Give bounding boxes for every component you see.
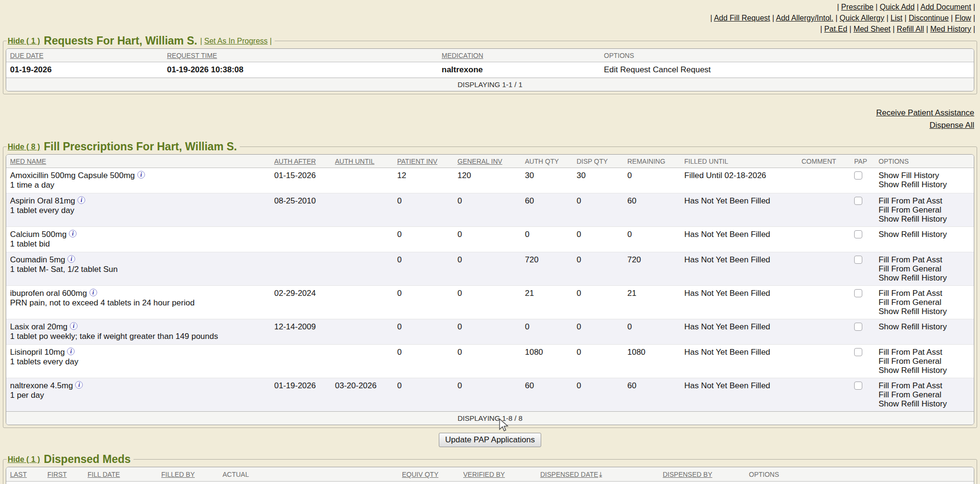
pap-checkbox[interactable] [854, 382, 862, 390]
fill-hide-link[interactable]: Hide ( 8 ) [8, 143, 40, 151]
dispensed-hide-link[interactable]: Hide ( 1 ) [8, 455, 40, 463]
pap-checkbox[interactable] [854, 171, 862, 180]
fill-from-pat-asst-link[interactable]: Fill From Pat Asst [879, 196, 970, 205]
col-due-date[interactable]: DUE DATE [6, 49, 163, 62]
fill-from-pat-asst-link[interactable]: Fill From Pat Asst [879, 348, 970, 357]
quick-allergy-link[interactable]: Quick Allergy [840, 14, 884, 22]
discontinue-link[interactable]: Discontinue [909, 14, 949, 22]
col-last[interactable]: LAST [6, 467, 44, 482]
col-label[interactable]: MED NAME [10, 158, 46, 165]
show-refill-history-link[interactable]: Show Refill History [879, 366, 970, 375]
info-icon[interactable]: i [89, 289, 97, 296]
info-icon[interactable]: i [137, 171, 145, 179]
update-pap-applications-button[interactable]: Update PAP Applications [439, 433, 541, 447]
fill-from-general-link[interactable]: Fill From General [879, 390, 970, 399]
col-label: OPTIONS [604, 52, 634, 59]
pap-checkbox[interactable] [854, 289, 862, 297]
show-refill-history-link[interactable]: Show Refill History [879, 322, 970, 331]
pap-checkbox[interactable] [854, 323, 862, 331]
col-patient-inv[interactable]: PATIENT INV [393, 155, 454, 168]
info-icon[interactable]: i [75, 381, 83, 389]
col-fill-date[interactable]: FILL DATE [84, 467, 157, 482]
requests-hide-link[interactable]: Hide ( 1 ) [8, 37, 40, 45]
col-label[interactable]: REQUEST TIME [167, 52, 217, 59]
show-refill-history-link[interactable]: Show Refill History [879, 399, 970, 408]
col-filled-by[interactable]: FILLED BY [157, 467, 219, 482]
show-refill-history-link[interactable]: Show Refill History [879, 307, 970, 316]
col-verified-by[interactable]: VERIFIED BY [459, 467, 536, 482]
col-label[interactable]: FILL DATE [88, 471, 120, 478]
show-refill-history-link[interactable]: Show Refill History [879, 214, 970, 224]
fill-from-general-link[interactable]: Fill From General [879, 205, 970, 214]
med-history-link[interactable]: Med History [930, 25, 971, 33]
col-label[interactable]: DISPENSED DATE [540, 471, 598, 478]
col-medication[interactable]: MEDICATION [438, 49, 600, 62]
cell-patient-name: Hart, William [6, 482, 84, 484]
add-document-link[interactable]: Add Document [921, 3, 971, 11]
pap-checkbox[interactable] [854, 197, 862, 205]
col-med-name[interactable]: MED NAME [6, 155, 270, 168]
prescription-row: Coumadin 5mgi1 tablet M- Sat, 1/2 tablet… [6, 252, 974, 286]
med-sheet-link[interactable]: Med Sheet [854, 25, 891, 33]
info-icon[interactable]: i [70, 322, 78, 330]
info-icon[interactable]: i [69, 230, 77, 237]
col-pap: PAP [850, 155, 875, 168]
add-fill-request-link[interactable]: Add Fill Request [714, 14, 770, 22]
col-auth-until[interactable]: AUTH UNTIL [331, 155, 393, 168]
cancel-request-link[interactable]: Cancel Request [653, 65, 711, 74]
col-label[interactable]: AUTH UNTIL [335, 158, 374, 165]
col-dispensed-date[interactable]: DISPENSED DATE⤓ [536, 467, 659, 482]
pap-checkbox[interactable] [854, 256, 862, 264]
col-label: OPTIONS [879, 158, 909, 165]
col-label[interactable]: MEDICATION [442, 52, 483, 59]
show-refill-history-link[interactable]: Show Refill History [879, 230, 970, 239]
pat-ed-link[interactable]: Pat.Ed [824, 25, 847, 33]
cell-auth-until [331, 319, 393, 345]
receive-patient-assistance-link[interactable]: Receive Patient Assistance [0, 107, 974, 119]
pap-checkbox[interactable] [854, 230, 862, 238]
fill-from-general-link[interactable]: Fill From General [879, 298, 970, 307]
quick-add-link[interactable]: Quick Add [880, 3, 914, 11]
quick-actions-menu-row: | Prescribe | Quick Add | Add Document | [0, 1, 975, 12]
info-icon[interactable]: i [67, 348, 75, 355]
show-refill-history-link[interactable]: Show Refill History [879, 273, 970, 282]
col-dispensed-by[interactable]: DISPENSED BY [659, 467, 745, 482]
col-label: DISP QTY [577, 158, 608, 165]
col-label[interactable]: GENERAL INV [457, 158, 502, 165]
edit-request-link[interactable]: Edit Request [604, 65, 650, 74]
col-request-time[interactable]: REQUEST TIME [163, 49, 438, 62]
fill-from-pat-asst-link[interactable]: Fill From Pat Asst [879, 381, 970, 390]
cell-general-inv: 0 [454, 286, 521, 319]
fill-from-general-link[interactable]: Fill From General [879, 264, 970, 273]
pap-checkbox[interactable] [854, 348, 862, 356]
col-label[interactable]: EQUIV QTY [402, 471, 438, 478]
prescribe-link[interactable]: Prescribe [841, 3, 874, 11]
list-link[interactable]: List [891, 14, 902, 22]
med-name: Lisinopril 10mg [10, 348, 65, 357]
col-label[interactable]: FIRST [47, 471, 67, 478]
info-icon[interactable]: i [78, 196, 85, 204]
show-fill-history-link[interactable]: Show Fill History [879, 171, 970, 180]
info-icon[interactable]: i [67, 255, 75, 263]
col-equiv-qty[interactable]: EQUIV QTY [398, 467, 459, 482]
col-label[interactable]: FILLED BY [161, 471, 195, 478]
col-general-inv[interactable]: GENERAL INV [454, 155, 521, 168]
refill-all-link[interactable]: Refill All [897, 25, 924, 33]
col-label[interactable]: AUTH AFTER [274, 158, 316, 165]
col-label[interactable]: LAST [10, 471, 27, 478]
col-label[interactable]: DISPENSED BY [663, 471, 712, 478]
col-label[interactable]: DUE DATE [10, 52, 44, 59]
fill-from-general-link[interactable]: Fill From General [879, 357, 970, 366]
add-allergy-intol-link[interactable]: Add Allergy/Intol. [776, 14, 833, 22]
col-first[interactable]: FIRST [44, 467, 84, 482]
show-refill-history-link[interactable]: Show Refill History [879, 180, 970, 189]
flow-link[interactable]: Flow [955, 14, 971, 22]
fill-from-pat-asst-link[interactable]: Fill From Pat Asst [879, 289, 970, 298]
col-label[interactable]: PATIENT INV [397, 158, 437, 165]
col-label[interactable]: VERIFIED BY [463, 471, 505, 478]
col-auth-after[interactable]: AUTH AFTER [270, 155, 331, 168]
fill-from-pat-asst-link[interactable]: Fill From Pat Asst [879, 255, 970, 264]
med-sig: 1 tablets every day [10, 357, 267, 367]
dispense-all-link[interactable]: Dispense All [0, 119, 974, 132]
set-as-in-progress-link[interactable]: Set As In Progress [204, 37, 268, 45]
